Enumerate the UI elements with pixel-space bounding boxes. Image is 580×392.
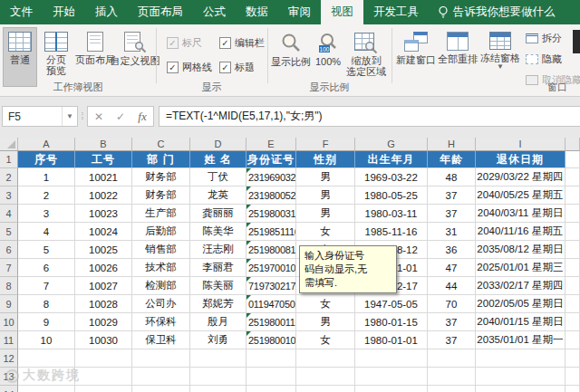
cell-H1[interactable]: 年龄	[428, 151, 476, 168]
cell-overflow-4[interactable]	[566, 205, 580, 223]
cell-C4[interactable]: 生产部	[132, 205, 190, 223]
cell-E1[interactable]: 身份证号	[246, 151, 296, 168]
cell-overflow-11[interactable]	[566, 331, 580, 349]
col-header-D[interactable]: D	[190, 138, 246, 151]
zoom-to-selection-button[interactable]: 缩放到 选定区域	[343, 27, 389, 87]
hide-button[interactable]: 隐藏	[526, 53, 562, 66]
cell-B3[interactable]: 10022	[75, 186, 132, 205]
gridlines-checkbox[interactable]: ✓ 网格线	[167, 61, 212, 74]
cancel-entry-icon[interactable]: ✕	[88, 110, 110, 123]
cell-H8[interactable]: 44	[428, 277, 476, 295]
cell-overflow-7[interactable]	[566, 259, 580, 277]
cell-B10[interactable]: 10029	[75, 313, 132, 331]
insert-function-icon[interactable]: fx	[131, 110, 153, 124]
cell-B11[interactable]: 10030	[75, 331, 132, 349]
cell-C5[interactable]: 后勤部	[132, 223, 190, 241]
cell-I3[interactable]: 2040/05/25 星期五	[476, 186, 566, 205]
col-header-C[interactable]: C	[132, 138, 190, 151]
cell-E12[interactable]	[246, 349, 296, 368]
cell-F1[interactable]: 性别	[296, 151, 355, 168]
cell-E11[interactable]: 2519800101	[246, 331, 296, 349]
ribbon-tab-insert[interactable]: 插入	[85, 0, 128, 24]
row-header-14[interactable]: 14	[0, 386, 18, 392]
cell-H13[interactable]	[428, 368, 476, 386]
cell-B7[interactable]: 10026	[75, 259, 132, 277]
cell-I7[interactable]: 2025/01/01 星期三	[476, 259, 566, 277]
cell-E4[interactable]: 2519800311	[246, 205, 296, 223]
cell-F10[interactable]: 男	[296, 313, 355, 331]
cell-G11[interactable]: 1980-01-01	[355, 331, 428, 349]
cell-H9[interactable]: 70	[428, 295, 476, 313]
cell-B2[interactable]: 10021	[75, 168, 132, 186]
ribbon-tab-home[interactable]: 开始	[43, 0, 85, 24]
cell-C6[interactable]: 销售部	[132, 241, 190, 259]
cell-D12[interactable]	[190, 349, 246, 368]
cell-overflow-9[interactable]	[566, 295, 580, 313]
cell-overflow-14[interactable]	[566, 386, 580, 392]
cell-C7[interactable]: 技术部	[132, 259, 190, 277]
cell-D14[interactable]	[190, 386, 246, 392]
cell-overflow-10[interactable]	[566, 313, 580, 331]
cell-I1[interactable]: 退休日期	[476, 151, 566, 168]
cell-F12[interactable]	[296, 349, 355, 368]
cell-I6[interactable]: 2035/08/12 星期日	[476, 241, 566, 259]
cell-C2[interactable]: 财务部	[132, 168, 190, 186]
cell-D3[interactable]: 龙英	[190, 186, 246, 205]
cell-B4[interactable]: 10023	[75, 205, 132, 223]
cell-D5[interactable]: 陈美华	[190, 223, 246, 241]
row-header-3[interactable]: 3	[0, 186, 18, 205]
cell-C14[interactable]	[132, 386, 190, 392]
cell-F13[interactable]	[296, 368, 355, 386]
cell-I10[interactable]: 2040/01/15 星期日	[476, 313, 566, 331]
col-header-I[interactable]: I	[476, 138, 566, 151]
col-header-A[interactable]: A	[18, 138, 75, 151]
cell-C13[interactable]	[132, 368, 190, 386]
ribbon-tab-page-layout[interactable]: 页面布局	[128, 0, 193, 24]
cell-overflow-1[interactable]	[566, 151, 580, 168]
cell-I13[interactable]	[476, 368, 566, 386]
ribbon-tab-review[interactable]: 审阅	[278, 0, 321, 24]
cell-D2[interactable]: 丁伏	[190, 168, 246, 186]
cell-D6[interactable]: 汪志刚	[190, 241, 246, 259]
cell-F5[interactable]: 女	[296, 223, 355, 241]
split-button[interactable]: 拆分	[526, 32, 562, 45]
zoom-100-button[interactable]: 100 100%	[313, 27, 343, 87]
cell-H12[interactable]	[428, 349, 476, 368]
ribbon-tab-data[interactable]: 数据	[236, 0, 278, 24]
cell-G4[interactable]: 1980-03-11	[355, 205, 428, 223]
cell-F9[interactable]: 女	[296, 295, 355, 313]
cell-C11[interactable]: 保卫科	[132, 331, 190, 349]
cell-H6[interactable]: 36	[428, 241, 476, 259]
cell-B14[interactable]	[75, 386, 132, 392]
cell-E7[interactable]: 2519700101	[246, 259, 296, 277]
cell-A7[interactable]: 6	[18, 259, 75, 277]
cell-D1[interactable]: 姓 名	[190, 151, 246, 168]
cell-G2[interactable]: 1969-03-22	[355, 168, 428, 186]
name-box[interactable]: F5 ▼	[2, 106, 78, 127]
cell-C10[interactable]: 环保科	[132, 313, 190, 331]
cell-G5[interactable]: 1985-11-16	[355, 223, 428, 241]
tell-me-box[interactable]: 告诉我你想要做什么	[429, 0, 565, 24]
row-header-9[interactable]: 9	[0, 295, 18, 313]
cell-B13[interactable]	[75, 368, 132, 386]
cell-I11[interactable]: 2035/01/01 星期一	[476, 331, 566, 349]
cell-C1[interactable]: 部 门	[132, 151, 190, 168]
cell-D4[interactable]: 龚丽丽	[190, 205, 246, 223]
cell-B1[interactable]: 工号	[75, 151, 132, 168]
cell-I8[interactable]: 2033/02/17 星期四	[476, 277, 566, 295]
cell-overflow-2[interactable]	[566, 168, 580, 186]
row-header-2[interactable]: 2	[0, 168, 18, 186]
row-header-10[interactable]: 10	[0, 313, 18, 331]
cell-D7[interactable]: 李丽君	[190, 259, 246, 277]
cell-D11[interactable]: 刘勇	[190, 331, 246, 349]
cell-overflow-6[interactable]	[566, 241, 580, 259]
ribbon-tab-view[interactable]: 视图	[321, 0, 363, 24]
ribbon-tab-formulas[interactable]: 公式	[193, 0, 236, 24]
arrange-all-button[interactable]: 全部重排	[437, 27, 478, 87]
cell-D13[interactable]	[190, 368, 246, 386]
cell-E9[interactable]: 0119470505	[246, 295, 296, 313]
cell-A8[interactable]: 7	[18, 277, 75, 295]
col-header-E[interactable]: E	[246, 138, 296, 151]
col-header-B[interactable]: B	[75, 138, 132, 151]
cell-F2[interactable]: 男	[296, 168, 355, 186]
